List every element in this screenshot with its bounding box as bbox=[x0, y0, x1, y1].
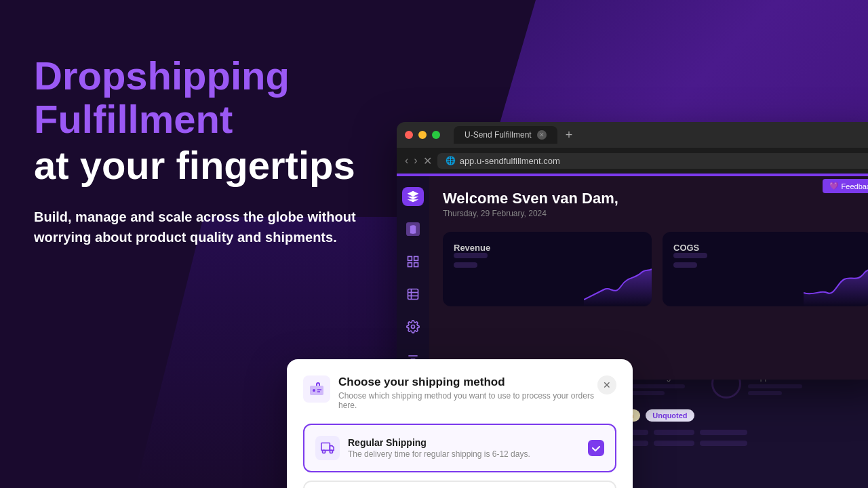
regular-shipping-desc: The delivery time for regular shipping i… bbox=[348, 449, 580, 459]
shipping-option-premium[interactable]: Premium Shipping bbox=[303, 481, 616, 488]
forward-button[interactable]: › bbox=[414, 155, 417, 167]
shipped-bar bbox=[748, 384, 802, 388]
shipping-modal: Choose your shipping method Choose which… bbox=[287, 359, 633, 488]
tab-label: U-Send Fulfillment bbox=[465, 130, 532, 140]
sidebar-icon-grid[interactable] bbox=[402, 252, 424, 271]
regular-shipping-name: Regular Shipping bbox=[348, 437, 580, 448]
regular-shipping-checkbox[interactable] bbox=[588, 440, 604, 456]
svg-rect-13 bbox=[310, 386, 323, 395]
cogs-chart bbox=[804, 259, 868, 306]
hero-headline-colored: Dropshipping Fulfillment bbox=[34, 54, 387, 141]
browser-tab-active[interactable]: U-Send Fulfillment ✕ bbox=[454, 126, 557, 144]
hero-section: Dropshipping Fulfillment at your fingert… bbox=[34, 54, 387, 247]
date-text: Thursday, 29 February, 2024 bbox=[443, 209, 868, 218]
svg-point-19 bbox=[330, 450, 332, 453]
tab-close-button[interactable]: ✕ bbox=[537, 130, 547, 140]
new-tab-button[interactable]: + bbox=[566, 128, 573, 142]
regular-shipping-text: Regular Shipping The delivery time for r… bbox=[348, 437, 580, 459]
processing-orders-bar bbox=[631, 384, 685, 388]
feedback-button[interactable]: 💜 Feedback? bbox=[823, 179, 868, 193]
revenue-label: Revenue bbox=[454, 243, 641, 253]
modal-title: Choose your shipping method bbox=[338, 375, 597, 389]
svg-rect-3 bbox=[408, 263, 412, 267]
hero-headline-white: at your fingertips bbox=[34, 144, 387, 187]
traffic-light-red[interactable] bbox=[405, 131, 413, 139]
svg-rect-2 bbox=[414, 257, 418, 261]
placeholder-row-2 bbox=[594, 441, 857, 446]
cogs-bar-1 bbox=[673, 253, 707, 258]
feedback-label: Feedback? bbox=[842, 182, 868, 190]
shipped-bar2 bbox=[748, 391, 782, 395]
modal-title-text: Choose your shipping method Choose which… bbox=[338, 375, 597, 410]
sidebar-icon-settings[interactable] bbox=[402, 317, 424, 336]
badge-row: Attention Unquoted bbox=[594, 409, 857, 422]
app-sidebar bbox=[397, 176, 429, 380]
svg-point-9 bbox=[412, 325, 415, 329]
processing-orders-bar2 bbox=[631, 391, 665, 395]
hero-subtext: Build, manage and scale across the globe… bbox=[34, 207, 359, 247]
app-content: 💜 Feedback? Welcome bbox=[397, 174, 868, 380]
address-bar[interactable]: 🌐 app.u-sendfulfillment.com bbox=[437, 153, 868, 169]
sidebar-icon-shopify[interactable] bbox=[402, 220, 424, 239]
placeholder-bar bbox=[700, 430, 747, 435]
browser-nav: ‹ › ✕ 🌐 app.u-sendfulfillment.com bbox=[397, 148, 868, 174]
browser-chrome: U-Send Fulfillment ✕ + bbox=[397, 122, 868, 148]
svg-rect-1 bbox=[408, 257, 412, 261]
placeholder-bar bbox=[654, 430, 694, 435]
browser-window: U-Send Fulfillment ✕ + ‹ › ✕ 🌐 app.u-sen… bbox=[397, 122, 868, 380]
revenue-chart bbox=[584, 259, 652, 306]
regular-shipping-icon bbox=[315, 436, 340, 460]
placeholder-bar bbox=[654, 441, 694, 446]
traffic-light-yellow[interactable] bbox=[418, 131, 427, 139]
welcome-text: Welcome Sven van Dam, bbox=[443, 190, 868, 207]
modal-icon bbox=[303, 375, 330, 403]
modal-title-group: Choose your shipping method Choose which… bbox=[303, 375, 597, 410]
revenue-bar-1 bbox=[454, 253, 488, 258]
modal-header: Choose your shipping method Choose which… bbox=[303, 375, 616, 410]
revenue-bar-2 bbox=[454, 262, 477, 268]
unquoted-badge: Unquoted bbox=[646, 409, 694, 422]
placeholder-row-1 bbox=[594, 430, 857, 435]
svg-rect-5 bbox=[408, 289, 418, 300]
traffic-light-green[interactable] bbox=[432, 131, 440, 139]
svg-rect-17 bbox=[321, 443, 330, 451]
shipping-option-regular[interactable]: Regular Shipping The delivery time for r… bbox=[303, 424, 616, 472]
heart-icon: 💜 bbox=[829, 182, 839, 190]
svg-point-18 bbox=[323, 450, 326, 453]
svg-rect-4 bbox=[414, 263, 418, 267]
revenue-card: Revenue bbox=[443, 232, 652, 306]
cogs-bar-2 bbox=[673, 262, 697, 268]
url-text: app.u-sendfulfillment.com bbox=[460, 156, 560, 166]
back-button[interactable]: ‹ bbox=[405, 155, 408, 167]
app-purple-bar bbox=[397, 174, 868, 176]
close-nav-button[interactable]: ✕ bbox=[423, 155, 432, 167]
app-main: Welcome Sven van Dam, Thursday, 29 Febru… bbox=[429, 174, 868, 380]
sidebar-icon-logo[interactable] bbox=[402, 187, 424, 206]
svg-point-14 bbox=[313, 389, 315, 392]
modal-close-button[interactable]: ✕ bbox=[597, 375, 616, 394]
globe-icon: 🌐 bbox=[446, 156, 456, 165]
modal-subtitle: Choose which shipping method you want to… bbox=[338, 391, 597, 410]
dashboard-cards: Revenue bbox=[443, 232, 868, 306]
sidebar-icon-table[interactable] bbox=[402, 285, 424, 304]
cogs-card: COGS bbox=[663, 232, 868, 306]
placeholder-bar bbox=[700, 441, 747, 446]
cogs-label: COGS bbox=[673, 243, 861, 253]
